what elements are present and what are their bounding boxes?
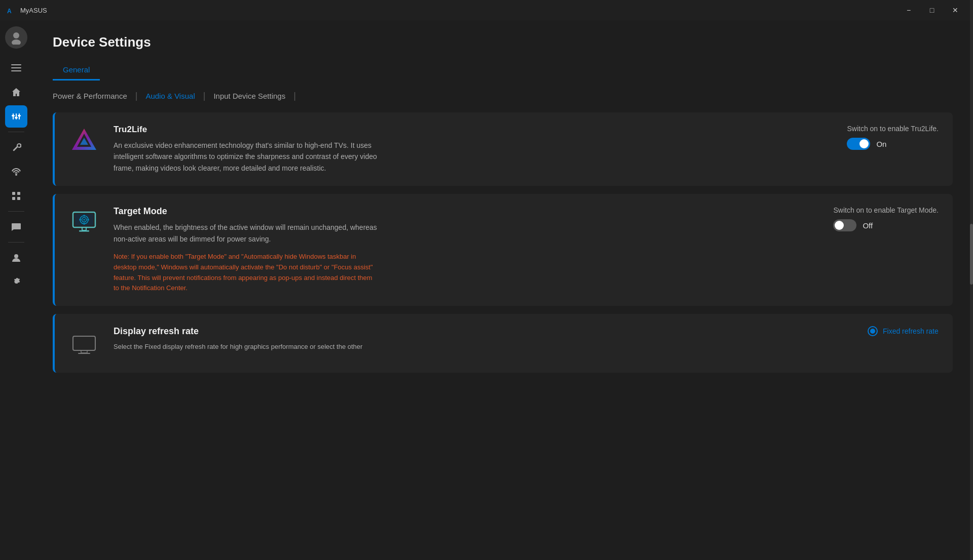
tru2life-control-label: Switch on to enable Tru2Life. xyxy=(847,125,939,133)
tru2life-toggle-row: On xyxy=(847,138,886,150)
sidebar-item-apps[interactable] xyxy=(5,185,27,207)
svg-point-1 xyxy=(13,32,19,38)
target-mode-card: Target Mode When enabled, the brightness… xyxy=(53,194,953,306)
svg-point-12 xyxy=(15,174,17,176)
user-avatar[interactable] xyxy=(5,26,27,49)
menu-icon xyxy=(11,63,21,73)
target-mode-title: Target Mode xyxy=(114,206,813,217)
svg-rect-5 xyxy=(11,70,21,71)
display-refresh-card: Display refresh rate Select the Fixed di… xyxy=(53,314,953,373)
subnav-power[interactable]: Power & Performance xyxy=(53,90,127,102)
svg-point-17 xyxy=(14,254,18,258)
fixed-refresh-radio[interactable] xyxy=(868,326,878,336)
subnav-sep-1: | xyxy=(135,91,138,101)
sidebar-item-support[interactable] xyxy=(5,136,27,158)
scrollbar[interactable] xyxy=(970,20,973,560)
subnav-sep-2: | xyxy=(203,91,206,101)
fixed-refresh-label: Fixed refresh rate xyxy=(883,327,939,335)
target-mode-toggle-state: Off xyxy=(863,221,873,230)
tru2life-icon-container xyxy=(69,125,99,155)
svg-rect-14 xyxy=(17,192,20,195)
tru2life-title-truncated: Tru2Life xyxy=(114,125,827,135)
page-title: Device Settings xyxy=(53,34,953,50)
sidebar-item-messages[interactable] xyxy=(5,216,27,238)
sidebar xyxy=(0,20,32,560)
tru2life-control: Switch on to enable Tru2Life. On xyxy=(827,125,939,150)
sidebar-item-device-settings[interactable] xyxy=(5,105,27,128)
tru2life-toggle-state: On xyxy=(876,140,886,148)
svg-rect-7 xyxy=(12,115,15,116)
scroll-thumb[interactable] xyxy=(970,224,973,285)
titlebar: A MyASUS − □ ✕ xyxy=(0,0,973,20)
refresh-rate-control: Fixed refresh rate xyxy=(847,326,939,339)
target-mode-toggle-knob xyxy=(835,221,844,230)
subnav-sep-3: | xyxy=(293,91,296,101)
close-button[interactable]: ✕ xyxy=(944,0,967,20)
app-logo-icon: A xyxy=(6,5,16,15)
main-content: Device Settings General Power & Performa… xyxy=(32,20,973,560)
svg-rect-32 xyxy=(73,336,95,350)
svg-rect-33 xyxy=(81,350,87,353)
fixed-refresh-rate-option[interactable]: Fixed refresh rate xyxy=(868,326,939,336)
svg-text:A: A xyxy=(7,8,12,15)
subnav: Power & Performance | Audio & Visual | I… xyxy=(32,81,973,102)
display-icon xyxy=(70,331,98,359)
svg-rect-16 xyxy=(17,197,20,200)
gear-icon xyxy=(11,277,21,287)
app-title: MyASUS xyxy=(20,7,47,14)
sidebar-divider-1 xyxy=(8,132,24,132)
refresh-rate-card-body: Display refresh rate Select the Fixed di… xyxy=(114,326,847,352)
svg-rect-8 xyxy=(16,113,17,119)
tru2life-toggle-knob xyxy=(859,139,869,148)
network-icon xyxy=(11,167,21,177)
tru2life-toggle[interactable] xyxy=(847,138,870,150)
refresh-rate-description: Select the Fixed display refresh rate fo… xyxy=(114,342,377,352)
user-icon xyxy=(11,253,21,263)
sidebar-divider-2 xyxy=(8,211,24,212)
target-mode-control-label: Switch on to enable Target Mode. xyxy=(833,206,939,214)
sidebar-item-menu[interactable] xyxy=(5,57,27,79)
sidebar-item-home[interactable] xyxy=(5,81,27,103)
tru2life-card: Tru2Life An exclusive video enhancement … xyxy=(53,112,953,186)
sidebar-item-network[interactable] xyxy=(5,161,27,183)
target-mode-toggle-row: Off xyxy=(833,219,873,231)
cards-area: Tru2Life An exclusive video enhancement … xyxy=(32,102,973,560)
svg-rect-23 xyxy=(82,227,86,230)
target-mode-logo-icon xyxy=(70,207,98,235)
target-mode-note: Note: If you enable both "Target Mode" a… xyxy=(114,252,377,294)
sidebar-item-settings[interactable] xyxy=(5,271,27,293)
target-mode-card-body: Target Mode When enabled, the brightness… xyxy=(114,206,813,294)
target-mode-control: Switch on to enable Target Mode. Off xyxy=(813,206,939,231)
refresh-rate-title: Display refresh rate xyxy=(114,326,847,337)
minimize-button[interactable]: − xyxy=(897,0,920,20)
window-controls: − □ ✕ xyxy=(897,0,967,20)
svg-rect-11 xyxy=(18,115,21,116)
target-mode-description: When enabled, the brightness of the acti… xyxy=(114,222,377,245)
svg-rect-24 xyxy=(79,230,89,232)
svg-rect-3 xyxy=(11,64,21,65)
sliders-icon xyxy=(11,111,21,122)
tru2life-card-body: Tru2Life An exclusive video enhancement … xyxy=(114,125,827,174)
target-mode-toggle[interactable] xyxy=(833,219,856,231)
tru2life-logo-icon xyxy=(70,126,98,154)
subnav-input[interactable]: Input Device Settings xyxy=(213,90,285,102)
target-mode-icon-container xyxy=(69,206,99,236)
subnav-audio[interactable]: Audio & Visual xyxy=(145,90,195,102)
svg-rect-34 xyxy=(78,353,90,354)
avatar-icon xyxy=(9,30,23,45)
svg-point-27 xyxy=(84,219,85,221)
svg-point-2 xyxy=(12,39,21,45)
refresh-card-inner: Display refresh rate Select the Fixed di… xyxy=(69,326,939,361)
wrench-icon xyxy=(11,142,21,152)
page-header: Device Settings General xyxy=(32,20,973,81)
maximize-button[interactable]: □ xyxy=(920,0,944,20)
app-body: Device Settings General Power & Performa… xyxy=(0,20,973,560)
svg-rect-13 xyxy=(12,192,15,195)
titlebar-left: A MyASUS xyxy=(6,5,47,15)
refresh-rate-icon-container xyxy=(69,330,99,361)
svg-rect-4 xyxy=(11,67,21,68)
chat-icon xyxy=(11,222,21,232)
sidebar-item-user[interactable] xyxy=(5,247,27,269)
svg-rect-15 xyxy=(12,197,15,200)
tab-general[interactable]: General xyxy=(53,60,100,81)
